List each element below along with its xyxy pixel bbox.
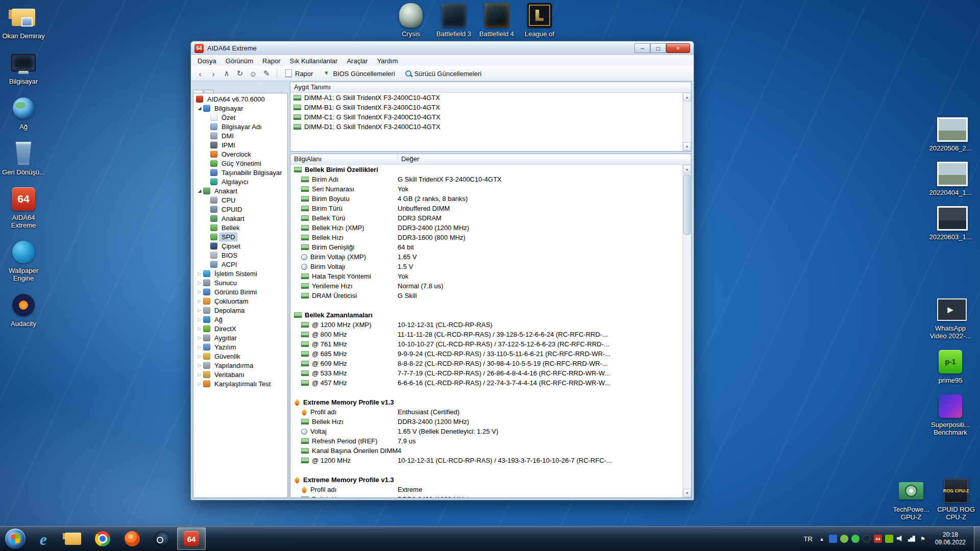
info-row[interactable]: @ 685 MHz 9-9-9-24 (CL-RCD-RP-RAS) / 33-…	[290, 349, 691, 359]
info-row[interactable]: Extreme Memory Profile v1.3	[290, 397, 691, 407]
info-row[interactable]: Hata Tespit Yöntemi Yok	[290, 271, 691, 281]
scroll-down-button[interactable]: ▼	[683, 142, 691, 151]
info-row[interactable]: Bellek Hızı DDR3-2400 (1200 MHz)	[290, 417, 691, 427]
whatsapp-tray-icon[interactable]	[851, 535, 860, 543]
desktop-icon[interactable]: Battlefield 4	[477, 2, 517, 38]
steam-tray-icon[interactable]	[863, 535, 871, 543]
file-explorer-icon[interactable]	[59, 528, 87, 550]
tree-item[interactable]: DirectX	[193, 324, 287, 333]
steam-icon[interactable]	[148, 528, 176, 550]
device-row[interactable]: DIMM-A1: G Skill TridentX F3-2400C10-4GT…	[290, 93, 691, 103]
tree-item[interactable]: Anakart	[193, 186, 287, 195]
info-row[interactable]: Bellek Hızı DDR3-2400 (1200 MHz)	[290, 494, 691, 497]
desktop-icon[interactable]: 64 AIDA64 Extreme	[1, 186, 46, 230]
language-indicator[interactable]: TR	[802, 535, 814, 543]
column-header-value[interactable]: Değer	[398, 154, 691, 165]
hidden-icons-chevron[interactable]: ▴	[818, 535, 826, 543]
info-row[interactable]: Birim Boyutu 4 GB (2 ranks, 8 banks)	[290, 194, 691, 204]
safely-remove-icon[interactable]	[840, 535, 848, 543]
forward-icon[interactable]: ›	[207, 67, 220, 80]
tree-item[interactable]: Ağ	[193, 315, 287, 324]
desktop-icon[interactable]: Ağ	[1, 95, 46, 131]
tree-item[interactable]: Güvenlik	[193, 352, 287, 361]
tree-item[interactable]: Karşılaştırmalı Test	[193, 379, 287, 388]
info-row[interactable]: @ 457 MHz 6-6-6-16 (CL-RCD-RP-RAS) / 22-…	[290, 378, 691, 388]
tree-item[interactable]: Sunucu	[193, 278, 287, 287]
pane-tab[interactable]	[193, 90, 203, 93]
info-row[interactable]: Seri Numarası Yok	[290, 184, 691, 194]
maximize-button[interactable]: □	[650, 43, 666, 53]
desktop-icon[interactable]: Bilgisayar	[1, 49, 46, 86]
driver-updates-button[interactable]: Sürücü Güncellemeleri	[401, 67, 486, 80]
desktop-icon[interactable]: ROG CPU-Z CPUID ROG CPU-Z	[934, 478, 978, 521]
chrome-icon[interactable]	[88, 528, 117, 550]
tree-item[interactable]: DMI	[193, 131, 287, 140]
info-row[interactable]: @ 533 MHz 7-7-7-19 (CL-RCD-RP-RAS) / 26-…	[290, 368, 691, 378]
scroll-up-button[interactable]: ▲	[683, 93, 691, 102]
user-icon[interactable]: ☺	[247, 67, 260, 80]
desktop-icon[interactable]: Geri Dönüşü...	[1, 140, 46, 177]
info-row[interactable]: Refresh Period (tREF) 7.9 us	[290, 436, 691, 446]
info-row[interactable]: @ 800 MHz 11-11-11-28 (CL-RCD-RP-RAS) / …	[290, 330, 691, 339]
tree-item[interactable]: CPU	[193, 195, 287, 205]
tree-item[interactable]: Depolama	[193, 306, 287, 315]
bios-updates-button[interactable]: BIOS Güncellemeleri	[318, 67, 399, 80]
clock[interactable]: 20:18 09.06.2022	[930, 531, 970, 546]
tree-item[interactable]: Çokluortam	[193, 296, 287, 306]
desktop-icon[interactable]: p-1 prime95	[928, 348, 973, 385]
aida64-tray-icon[interactable]: 64	[874, 535, 882, 543]
info-row[interactable]: Bellek Zamanlamaları	[290, 310, 691, 320]
titlebar[interactable]: 64 AIDA64 Extreme –□×	[191, 41, 694, 55]
tree-item[interactable]: BIOS	[193, 251, 287, 260]
tree-item[interactable]: Görüntü Birimi	[193, 287, 287, 296]
device-panel-header[interactable]: Aygıt Tanımı	[290, 82, 691, 93]
desktop-icon[interactable]: TechPowe... GPU-Z	[889, 478, 933, 521]
desktop-icon[interactable]: Superpositi... Benchmark	[928, 393, 973, 437]
menu-item[interactable]: Yardım	[373, 57, 402, 65]
tree-item[interactable]: AIDA64 v6.70.6000	[193, 94, 287, 104]
info-row[interactable]: Bellek Hızı DDR3-1600 (800 MHz)	[290, 233, 691, 242]
tree-item[interactable]: Yazılım	[193, 342, 287, 352]
tree-item[interactable]: CPUID	[193, 205, 287, 214]
info-row[interactable]: @ 761 MHz 10-10-10-27 (CL-RCD-RP-RAS) / …	[290, 339, 691, 349]
show-desktop-button[interactable]	[974, 527, 980, 551]
aida64-taskbar-icon[interactable]: 64	[177, 528, 206, 550]
scroll-down-button[interactable]: ▼	[683, 489, 691, 497]
minimize-button[interactable]: –	[634, 43, 650, 53]
device-scrollbar[interactable]: ▲ ▼	[682, 93, 691, 151]
desktop-icon[interactable]: Audacity	[1, 292, 46, 328]
menu-item[interactable]: Araçlar	[342, 57, 372, 65]
tree-item[interactable]: Yapılandırma	[193, 361, 287, 370]
network-tray-icon[interactable]	[908, 535, 916, 543]
info-scrollbar[interactable]: ▲ ▼	[682, 165, 691, 497]
info-row[interactable]: Kanal Başına Önerilen DIMM 4	[290, 446, 691, 456]
tree-item[interactable]: IPMI	[193, 140, 287, 149]
info-row[interactable]: @ 1200 MHz 10-12-12-31 (CL-RCD-RP-RAS) /…	[290, 456, 691, 465]
tree-item[interactable]: Taşınabilir Bilgisayar	[193, 168, 287, 177]
chart-icon[interactable]: ✎	[260, 67, 273, 80]
info-row[interactable]: Birim Voltajı (XMP) 1.65 V	[290, 252, 691, 262]
tree-item[interactable]: Bilgisayar Adı	[193, 122, 287, 131]
desktop-icon[interactable]: WhatsApp Video 2022-...	[928, 296, 973, 340]
info-row[interactable]: Bellek Türü DDR3 SDRAM	[290, 213, 691, 223]
tree-item[interactable]: Özet	[193, 113, 287, 122]
desktop-icon[interactable]: 20220404_1...	[928, 161, 973, 197]
bluetooth-icon[interactable]	[829, 535, 837, 543]
info-row[interactable]: Birim Adı G Skill TridentX F3-2400C10-4G…	[290, 174, 691, 184]
desktop-icon[interactable]: Crysis	[391, 2, 431, 38]
desktop-icon[interactable]: Wallpaper Engine	[1, 239, 46, 283]
desktop-icon[interactable]: 20220603_1...	[928, 205, 973, 241]
info-row[interactable]: @ 1200 MHz (XMP) 10-12-12-31 (CL-RCD-RP-…	[290, 320, 691, 330]
info-row[interactable]: Birim Voltajı 1.5 V	[290, 262, 691, 271]
close-button[interactable]: ×	[666, 43, 690, 53]
refresh-icon[interactable]: ↻	[233, 67, 247, 80]
column-header-field[interactable]: BilgiAlanı	[290, 154, 398, 165]
speaker-icon[interactable]	[896, 535, 904, 543]
menu-item[interactable]: Sık Kullanılanlar	[285, 57, 341, 65]
tree-item[interactable]: ACPI	[193, 260, 287, 269]
info-row[interactable]: Voltaj 1.65 V (Bellek Denetleyici: 1.25 …	[290, 427, 691, 436]
desktop-icon[interactable]: Battlefield 3	[434, 2, 474, 38]
brave-icon[interactable]	[118, 528, 146, 550]
info-row[interactable]: Birim Genişliği 64 bit	[290, 242, 691, 252]
back-icon[interactable]: ‹	[193, 67, 207, 80]
